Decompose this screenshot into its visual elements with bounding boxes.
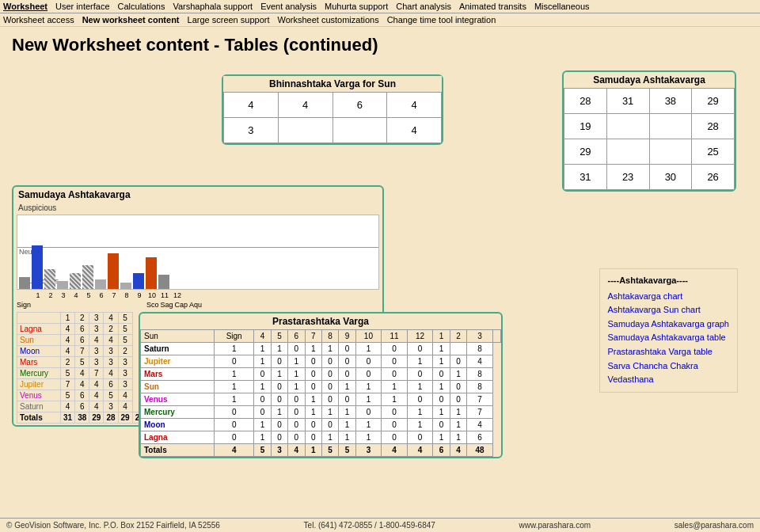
moon-label: Moon (17, 346, 61, 357)
cell: 4 (118, 401, 132, 412)
cell: 0 (254, 368, 271, 381)
samudaya-top-right-table: 28 31 38 29 19 28 29 25 31 23 30 2 (564, 88, 735, 190)
cell: 3 (271, 444, 287, 457)
cell: 0 (305, 419, 321, 431)
submenu-change-time[interactable]: Change time tool integration (387, 15, 496, 25)
cell: 0 (305, 431, 321, 444)
bar (70, 273, 81, 289)
annotation-link[interactable]: Samudaya Ashtakavarga graph (608, 317, 730, 332)
menu-event-analysis[interactable]: Event analysis (260, 2, 317, 11)
submenu-customizations[interactable]: Worksheet customizations (277, 15, 378, 25)
table-row: Mercury 5 4 7 4 3 (17, 368, 147, 379)
submenu-worksheet-access[interactable]: Worksheet access (3, 15, 74, 25)
cell: 1 (339, 381, 355, 393)
cell: 0 (382, 419, 408, 431)
cell: 29 (118, 412, 132, 424)
cell: 6 (75, 401, 89, 412)
cell: 7 (61, 379, 75, 390)
totals-row: Totals 4 5 3 4 1 5 5 3 4 4 6 4 48 (141, 444, 501, 457)
footer-phone: Tel. (641) 472-0855 / 1-800-459-6847 (304, 521, 435, 530)
cell: 5 (254, 444, 271, 457)
cell: 8 (467, 368, 493, 381)
cell: 3 (89, 357, 104, 368)
annotation-link[interactable]: Ashtakavarga Sun chart (608, 303, 730, 317)
header-label (17, 313, 61, 324)
cell: 4 (387, 93, 442, 118)
bar (19, 277, 30, 289)
annotation-link[interactable]: Prastarashtaka Varga table (608, 345, 730, 359)
table-row: Jupiter 7 4 4 6 3 (17, 379, 147, 390)
cell: 29 (89, 412, 104, 424)
cell: 0 (288, 419, 305, 431)
totals-label: Totals (17, 412, 61, 424)
bhinnashtaka-table: 4 4 6 4 3 4 (223, 92, 442, 143)
cell: 1 (288, 381, 305, 393)
table-row: Venus 10 00 10 01 10 00 7 (141, 393, 501, 406)
annotation-link[interactable]: Samudaya Ashtakavarga table (608, 331, 730, 345)
sign-row: Sign Sco Sag Cap Aqu (13, 299, 382, 310)
sign-label: Sign (17, 301, 31, 309)
samudaya-top-right-title: Samudaya Ashtakavarga (564, 72, 735, 88)
planet-name: Mercury (141, 406, 215, 419)
footer-email: sales@parashara.com (674, 521, 754, 530)
cell: 0 (271, 355, 287, 368)
bar (108, 253, 119, 289)
cell: 1 (288, 355, 305, 368)
cell: 4 (61, 324, 75, 335)
cell: 0 (382, 406, 408, 419)
menu-calculations[interactable]: Calculations (118, 2, 165, 11)
menu-chart-analysis[interactable]: Chart analysis (396, 2, 451, 11)
menu-miscellaneous[interactable]: Miscellaneous (534, 2, 590, 11)
header-col: 4 (104, 313, 118, 324)
cell: 1 (254, 419, 271, 431)
table-row: 1 2 3 4 5 (17, 313, 147, 324)
cell: 23 (606, 165, 649, 190)
submenu-new-content[interactable]: New worksheet content (82, 15, 180, 25)
menu-user-interface[interactable]: User interface (55, 2, 109, 11)
menu-animated-transits[interactable]: Animated transits (459, 2, 526, 11)
cell: 1 (271, 368, 287, 381)
cell: 38 (75, 412, 89, 424)
main-content: New Worksheet content - Tables (continue… (0, 27, 760, 75)
header-1: 1 (433, 330, 450, 343)
cell: 0 (214, 355, 254, 368)
cell: 5 (118, 324, 132, 335)
cell: 1 (433, 406, 450, 419)
cell: 0 (271, 431, 287, 444)
cell: 4 (467, 419, 493, 431)
lagna-label: Lagna (17, 324, 61, 335)
num: 4 (70, 291, 82, 299)
cell: 1 (433, 381, 450, 393)
cell: 4 (467, 355, 493, 368)
menu-muhurta[interactable]: Muhurta support (325, 2, 388, 11)
num (17, 291, 31, 299)
mars-label: Mars (17, 357, 61, 368)
cell: 1 (214, 381, 254, 393)
cell: 1 (407, 419, 433, 431)
menu-varshaphala[interactable]: Varshaphala support (173, 2, 253, 11)
annotation-link[interactable]: Ashtakavarga chart (608, 290, 730, 304)
cell: 0 (288, 431, 305, 444)
cell: 30 (649, 165, 692, 190)
menu-worksheet[interactable]: Worksheet (3, 2, 48, 11)
prastarashtaka-title: Prastarashtaka Varga (140, 314, 501, 329)
cell: 0 (288, 406, 305, 419)
cell: 1 (254, 343, 271, 355)
submenu-large-screen[interactable]: Large screen support (188, 15, 270, 25)
cell: 2 (104, 324, 118, 335)
annotation-link[interactable]: Vedasthana (608, 373, 730, 387)
cell: 0 (339, 343, 355, 355)
table-row: Sun 4 6 4 4 5 (17, 335, 147, 346)
num: 3 (58, 291, 69, 299)
bar (95, 279, 106, 289)
cell: 4 (450, 444, 466, 457)
page-title: New Worksheet content - Tables (continue… (12, 35, 748, 55)
bar (32, 245, 43, 289)
annotation-link[interactable]: Sarva Chancha Chakra (608, 359, 730, 374)
header-2: 2 (450, 330, 466, 343)
table-row: Mars 2 5 3 3 3 (17, 357, 147, 368)
bar (82, 265, 93, 289)
header-7: 7 (305, 330, 321, 343)
cell: 48 (467, 444, 493, 457)
cell: 4 (61, 401, 75, 412)
